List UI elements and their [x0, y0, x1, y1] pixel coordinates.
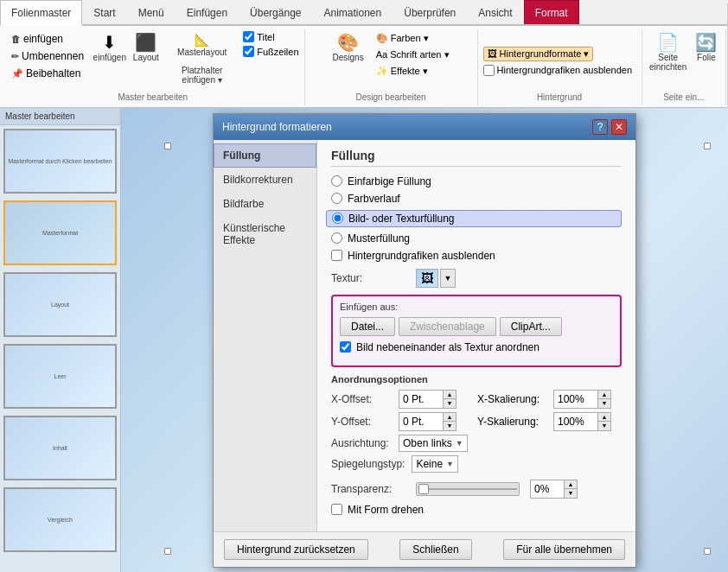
btn-seite-einrichten[interactable]: 📄 Seiteeinrichten [648, 31, 689, 74]
dialog-content: Füllung Einfarbige Füllung Farbverlauf [317, 140, 635, 531]
transparenz-row: Transparenz: ▲ ▼ [331, 480, 622, 499]
tab-folienmaster[interactable]: Folienmaster [0, 0, 82, 26]
tab-einfuegen[interactable]: Einfügen [176, 0, 239, 24]
ausrichtung-select[interactable]: Oben links ▼ [399, 435, 468, 452]
ribbon-group-design: 🎨 Designs 🎨 Farben ▾ Aa Schrift arten ▾ … [305, 29, 478, 105]
ribbon-tabs: Folienmaster Start Menü Einfügen Übergän… [0, 0, 728, 26]
yoffset-up[interactable]: ▲ [444, 413, 456, 422]
btn-einfuegen[interactable]: ⬇ einfügen [92, 31, 127, 65]
radio-bild-textur: Bild- oder Texturfüllung [326, 210, 622, 227]
checkbox-nebeneinander: Bild nebeneinander als Textur anordnen [340, 341, 613, 353]
yoffset-row: Y-Offset: ▲ ▼ Y-Skalierung: [331, 412, 622, 431]
btn-designs[interactable]: 🎨 Designs [329, 31, 368, 65]
btn-hintergrundformate[interactable]: 🖼 Hintergrundformate ▾ [483, 47, 594, 61]
slide-thumb-6[interactable]: Vergleich [3, 487, 117, 552]
btn-schliessen[interactable]: Schließen [399, 539, 471, 560]
sidebar-item-kuenstlerische[interactable]: Künstlerische Effekte [214, 216, 316, 252]
sidebar-item-bildkorrekturen[interactable]: Bildkorrekturen [214, 168, 316, 192]
tab-uebergaenge[interactable]: Übergänge [239, 0, 312, 24]
tab-ansicht[interactable]: Ansicht [467, 0, 523, 24]
texture-preview[interactable]: 🖼 [416, 269, 438, 288]
left-panel: Master bearbeiten Masterformat durch Kli… [0, 108, 121, 572]
radio-muster: Musterfüllung [331, 232, 622, 245]
btn-folie[interactable]: 🔄 Folie [693, 31, 720, 65]
spiegelungstyp-select[interactable]: Keine ▼ [412, 455, 458, 473]
slide-thumb-1[interactable]: Masterformat durch Klicken bearbeiten [3, 129, 117, 194]
transparenz-input[interactable] [531, 482, 564, 496]
btn-loeschen[interactable]: 🗑 einfügen [7, 31, 88, 47]
xskalierung-input[interactable] [554, 392, 597, 406]
xoffset-spinbox: ▲ ▼ [399, 390, 457, 409]
ribbon-group-seite: 📄 Seiteeinrichten 🔄 Folie Seite ein... [642, 29, 726, 105]
ribbon-group-master: 🗑 einfügen ✏ Umbenennen 📌 Beibehalten ⬇ … [2, 29, 305, 105]
transparenz-down[interactable]: ▼ [565, 489, 577, 498]
tab-start[interactable]: Start [82, 0, 126, 24]
textur-field: Textur: 🖼 ▼ [331, 269, 622, 288]
btn-fuer-alle-uebernehmen[interactable]: Für alle übernehmen [503, 539, 625, 560]
transparenz-spinbox: ▲ ▼ [530, 480, 578, 499]
dialog-overlay: Hintergrund formatieren ? ✕ [121, 108, 728, 572]
tab-animationen[interactable]: Animationen [313, 0, 393, 24]
left-panel-header: Master bearbeiten [0, 108, 120, 125]
slide-thumb-2[interactable]: Masterformat [3, 200, 117, 265]
dialog-footer: Hintergrund zurücksetzen Schließen Für a… [214, 531, 635, 567]
yskalierung-input[interactable] [554, 415, 597, 429]
xoffset-input[interactable] [399, 392, 443, 406]
transparenz-up[interactable]: ▲ [565, 480, 577, 489]
yskalierung-up[interactable]: ▲ [598, 413, 610, 422]
btn-clipart[interactable]: ClipArt... [500, 317, 562, 336]
yoffset-input[interactable] [399, 415, 443, 429]
dialog-hintergrund: Hintergrund formatieren ? ✕ [213, 113, 636, 568]
checkbox-mitform: Mit Form drehen [331, 504, 622, 516]
btn-zwischenablage[interactable]: Zwischenablage [399, 317, 496, 336]
btn-layout[interactable]: ⬛ Layout [131, 31, 162, 65]
btn-farben[interactable]: 🎨 Farben ▾ [372, 31, 454, 46]
checkbox-hintergrundgrafiken: Hintergrundgrafiken ausblenden [331, 250, 622, 262]
ribbon-group-hintergrund: 🖼 Hintergrundformate ▾ Hintergrundgrafik… [478, 29, 642, 105]
ausrichtung-row: Ausrichtung: Oben links ▼ [331, 435, 622, 452]
checkbox-fusszeilen[interactable]: Fußzeilen [243, 46, 298, 57]
btn-datei[interactable]: Datei... [340, 317, 395, 336]
tab-ueberpruefen[interactable]: Überprüfen [393, 0, 467, 24]
yskalierung-spinbox: ▲ ▼ [553, 412, 611, 431]
sidebar-item-fuellung[interactable]: Füllung [214, 143, 316, 168]
tab-format[interactable]: Format [524, 0, 579, 24]
dialog-title: Hintergrund formatieren [222, 121, 332, 133]
arrangement-title: Anordnungsoptionen [331, 374, 622, 385]
dialog-body: Füllung Bildkorrekturen Bildfarbe Künstl… [214, 140, 635, 531]
btn-masterlayout[interactable]: 📐 Masterlayout [164, 31, 239, 60]
btn-umbenennen[interactable]: ✏ Umbenennen [7, 48, 88, 64]
btn-hintergrund-zuruecksetzen[interactable]: Hintergrund zurücksetzen [224, 539, 368, 560]
texture-dropdown[interactable]: ▼ [440, 269, 456, 288]
btn-schrift[interactable]: Aa Schrift arten ▾ [372, 48, 454, 62]
dialog-sidebar: Füllung Bildkorrekturen Bildfarbe Künstl… [214, 140, 317, 531]
btn-platzhalter[interactable]: Platzhalter einfügen ▾ [164, 61, 239, 87]
xskalierung-up[interactable]: ▲ [598, 391, 610, 399]
checkbox-grafiken-ausblenden[interactable]: Hintergrundgrafiken ausblenden [483, 65, 633, 76]
xskalierung-spinbox: ▲ ▼ [553, 390, 611, 409]
ribbon-bar: 🗑 einfügen ✏ Umbenennen 📌 Beibehalten ⬇ … [0, 26, 728, 108]
radio-einfarbig: Einfarbige Füllung [331, 175, 622, 187]
slide-thumb-3[interactable]: Layout [3, 272, 117, 337]
slide-thumb-5[interactable]: Inhalt [3, 416, 117, 480]
xoffset-down[interactable]: ▼ [444, 399, 456, 408]
dialog-help-btn[interactable]: ? [592, 119, 608, 135]
btn-beibehalten[interactable]: 📌 Beibehalten [7, 66, 88, 81]
xoffset-row: X-Offset: ▲ ▼ X-Skalierung: [331, 390, 622, 409]
tab-menu[interactable]: Menü [127, 0, 176, 24]
sidebar-item-bildfarbe[interactable]: Bildfarbe [214, 192, 316, 216]
checkbox-titel[interactable]: Titel [243, 31, 298, 42]
xoffset-up[interactable]: ▲ [444, 391, 456, 399]
yskalierung-down[interactable]: ▼ [598, 422, 610, 430]
yoffset-down[interactable]: ▼ [444, 422, 456, 430]
spiegelung-row: Spiegelungstyp: Keine ▼ [331, 455, 622, 473]
insert-label: Einfügen aus: [340, 302, 613, 312]
radio-farbverlauf: Farbverlauf [331, 193, 622, 205]
btn-effekte[interactable]: ✨ Effekte ▾ [372, 64, 454, 79]
xskalierung-down[interactable]: ▼ [598, 399, 610, 408]
slide-thumb-4[interactable]: Leer [3, 344, 117, 409]
content-section-title: Füllung [331, 149, 622, 167]
dialog-close-btn[interactable]: ✕ [611, 119, 627, 135]
main-area: Master bearbeiten Masterformat durch Kli… [0, 108, 728, 572]
transparenz-slider[interactable] [416, 482, 520, 496]
